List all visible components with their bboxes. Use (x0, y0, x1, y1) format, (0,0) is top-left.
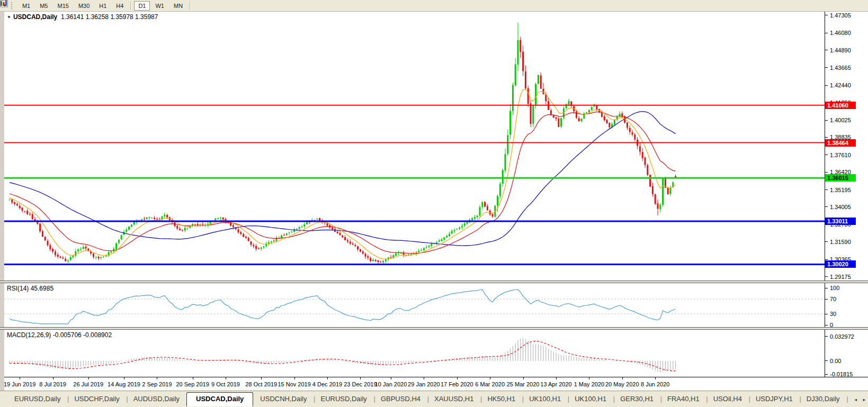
date-axis-tick (193, 377, 193, 379)
date-axis-label: 28 Oct 2019 (245, 381, 277, 387)
chart-tool-icon-glyph (0, 0, 8, 7)
rsi-indicator-pane[interactable]: RSI(14) 45.6985 (4, 283, 868, 327)
date-axis-label: 14 Aug 2019 (108, 381, 140, 387)
chart-tab-bar: EURUSD,DailyUSDCHF,DailyAUDUSD,DailyUSDC… (0, 391, 868, 407)
chart-title: ▼USDCAD,Daily 1.36141 1.36258 1.35978 1.… (7, 13, 158, 21)
price-axis-tick-label: 1.43665 (830, 65, 851, 71)
chart-window: ▼USDCAD,Daily 1.36141 1.36258 1.35978 1.… (0, 11, 868, 391)
date-axis-tick (226, 377, 226, 379)
chart-tab[interactable]: UK100,H1 (522, 393, 568, 405)
rsi-label: RSI(14) 45.6985 (7, 285, 53, 292)
chart-tab[interactable]: FRA40,H1 (660, 393, 706, 405)
date-axis-tick (157, 377, 157, 379)
price-line-label: 1.36015 (825, 174, 856, 182)
price-axis-tick (825, 50, 828, 50)
date-axis-tick (53, 377, 53, 379)
price-axis-tick (825, 15, 828, 15)
date-axis-tick (327, 377, 328, 379)
rsi-axis-tick (825, 314, 828, 314)
rsi-axis-label: 100 (830, 285, 839, 291)
price-axis-tick-label: 1.47305 (830, 12, 851, 19)
rsi-canvas[interactable] (4, 283, 825, 327)
toolbar-separator (190, 2, 191, 10)
date-axis-label: 15 Nov 2019 (278, 381, 310, 387)
chart-tab[interactable]: HK50,H1 (480, 393, 522, 405)
timeframe-button[interactable]: M5 (35, 1, 52, 11)
chart-tab[interactable]: XAUUSD,H1 (427, 393, 480, 405)
date-axis-tick (124, 377, 124, 379)
chart-tab[interactable]: EURUSD,Daily (7, 393, 67, 405)
price-line-label: 1.41060 (825, 102, 856, 109)
chart-tab[interactable]: USOil,H4 (706, 393, 749, 405)
date-axis-label: 6 Mar 2020 (475, 381, 505, 387)
date-axis-tick (556, 377, 557, 379)
chart-tab[interactable]: AUDUSD,Daily (127, 393, 186, 405)
timeframe-button[interactable]: M30 (74, 1, 94, 11)
date-axis-label: 8 Jul 2019 (39, 381, 66, 387)
rsi-axis-tick (825, 288, 828, 288)
date-axis-label: 9 Oct 2019 (211, 381, 240, 387)
date-axis-label: 13 Apr 2020 (540, 381, 571, 387)
toolbar-separator (130, 2, 131, 10)
price-axis-tick-label: 1.40025 (830, 117, 851, 123)
chart-tab[interactable]: DJ30,Daily (800, 393, 847, 405)
price-axis-tick-label: 1.35195 (830, 187, 851, 193)
tab-scroll-right-icon[interactable]: ▸ (863, 397, 865, 402)
chart-tab[interactable]: USDCAD,Daily (186, 392, 253, 406)
toolbar-drag-handle[interactable] (11, 2, 14, 10)
top-toolbar: ▼ M1M5M15M30H1H4 D1W1MN (0, 0, 868, 12)
date-axis-label: 29 Jan 2020 (408, 381, 440, 387)
date-axis-label: 4 Dec 2019 (312, 381, 342, 387)
date-axis-tick (589, 377, 589, 379)
pane-splitter[interactable] (0, 281, 868, 283)
chart-tab[interactable]: GBPUSD,H4 (374, 393, 427, 405)
date-axis-tick (622, 377, 623, 379)
chart-tab[interactable]: EURUSD,Daily (314, 393, 373, 405)
macd-axis-label: 0.032972 (830, 333, 854, 340)
price-chart-canvas[interactable] (4, 11, 825, 281)
date-axis-tick (490, 377, 490, 379)
timeframe-button[interactable]: W1 (151, 1, 168, 11)
chart-menu-arrow-icon[interactable]: ▼ (7, 15, 11, 20)
timeframe-button[interactable]: M15 (53, 1, 73, 11)
chart-tab[interactable]: UK100,H1 (568, 393, 613, 405)
timeframe-button[interactable]: D1 (134, 1, 150, 11)
date-axis-tick (360, 377, 361, 379)
chart-tab[interactable]: GER30,H1 (613, 393, 660, 405)
price-line-label: 1.33011 (825, 218, 856, 225)
pane-splitter[interactable] (0, 327, 868, 330)
chart-tab[interactable]: USDCNH,Daily (253, 393, 314, 405)
date-axis-tick (391, 377, 391, 379)
date-axis[interactable]: 19 Jun 20198 Jul 201926 Jul 201914 Aug 2… (4, 377, 868, 391)
price-axis-tick (825, 155, 828, 155)
date-axis-tick (457, 377, 458, 379)
price-axis-tick (825, 276, 828, 277)
date-axis-tick (261, 377, 262, 379)
rsi-axis-label: 30 (830, 311, 836, 317)
date-axis-tick (20, 377, 20, 379)
main-chart-pane[interactable]: ▼USDCAD,Daily 1.36141 1.36258 1.35978 1.… (4, 11, 868, 281)
date-axis-tick (523, 377, 524, 379)
macd-axis-tick (825, 374, 828, 375)
timeframe-button[interactable]: H1 (95, 1, 111, 11)
tab-scroll-left-icon[interactable]: ◂ (854, 397, 857, 402)
timeframe-button[interactable]: M1 (18, 1, 34, 11)
price-axis-tick-label: 1.42440 (830, 82, 851, 88)
chart-tab[interactable]: USDCHF,Daily (67, 393, 126, 405)
macd-axis-label: -0.01815 (830, 371, 853, 377)
price-axis-tick-label: 1.31590 (830, 239, 851, 245)
price-axis-tick-label: 1.34005 (830, 204, 851, 210)
chart-tab[interactable]: USDJPY,H1 (749, 393, 800, 405)
macd-axis-tick (825, 336, 828, 337)
timeframe-button[interactable]: H4 (112, 1, 128, 11)
price-axis-tick (825, 33, 828, 33)
rsi-axis-tick (825, 325, 828, 325)
macd-canvas[interactable] (4, 330, 825, 377)
timeframe-button[interactable]: MN (169, 1, 187, 11)
macd-indicator-pane[interactable]: MACD(12,26,9) -0.005706 -0.008902 (4, 330, 868, 377)
price-axis-tick-label: 1.37610 (830, 152, 851, 158)
price-axis-tick (825, 120, 828, 121)
price-axis-tick (825, 85, 828, 86)
date-axis-label: 20 Sep 2019 (176, 381, 209, 387)
price-axis[interactable]: 1.473051.460801.448901.436651.424401.412… (825, 11, 868, 377)
